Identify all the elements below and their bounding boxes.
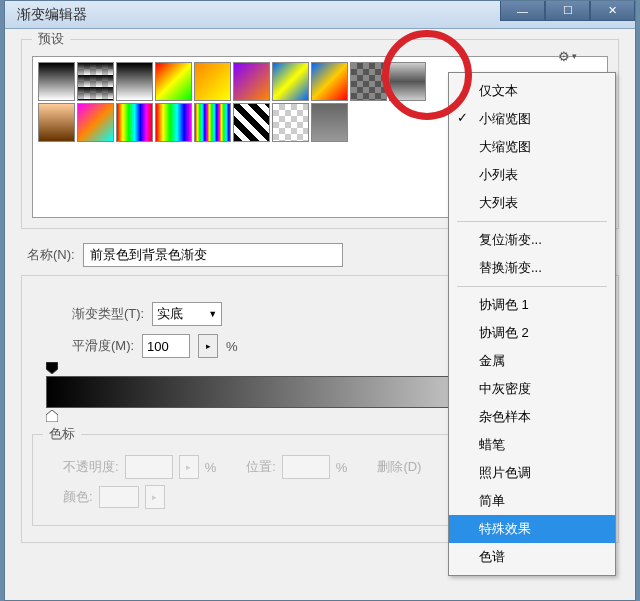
- position-label: 位置:: [246, 458, 276, 476]
- maximize-button[interactable]: ☐: [545, 1, 590, 21]
- type-value: 实底: [157, 305, 183, 323]
- name-label: 名称(N):: [27, 246, 75, 264]
- opacity-label: 不透明度:: [63, 458, 119, 476]
- preset-swatch[interactable]: [77, 62, 114, 101]
- color-swatch: [99, 486, 139, 508]
- close-button[interactable]: ✕: [590, 1, 635, 21]
- menu-item[interactable]: 仅文本: [449, 77, 615, 105]
- menu-item[interactable]: 大缩览图: [449, 133, 615, 161]
- menu-item[interactable]: 金属: [449, 347, 615, 375]
- preset-swatch[interactable]: [155, 62, 192, 101]
- smoothness-spinner[interactable]: ▸: [198, 334, 218, 358]
- name-input[interactable]: [83, 243, 343, 267]
- preset-swatch[interactable]: [233, 62, 270, 101]
- color-label: 颜色:: [63, 488, 93, 506]
- preset-swatch[interactable]: [272, 62, 309, 101]
- window-buttons: — ☐ ✕: [500, 1, 635, 21]
- menu-item[interactable]: 杂色样本: [449, 403, 615, 431]
- menu-item[interactable]: 协调色 2: [449, 319, 615, 347]
- color-spinner: ▸: [145, 485, 165, 509]
- delete-label: 删除(D): [377, 458, 421, 476]
- presets-menu-button[interactable]: ⚙▾: [558, 48, 576, 64]
- menu-item[interactable]: 特殊效果: [449, 515, 615, 543]
- preset-swatch[interactable]: [272, 103, 309, 142]
- preset-swatch[interactable]: [389, 62, 426, 101]
- preset-swatch[interactable]: [77, 103, 114, 142]
- percent-label: %: [226, 339, 238, 354]
- type-select[interactable]: 实底 ▼: [152, 302, 222, 326]
- preset-swatch[interactable]: [233, 103, 270, 142]
- preset-swatch[interactable]: [311, 103, 348, 142]
- menu-item[interactable]: 小列表: [449, 161, 615, 189]
- preset-swatch[interactable]: [116, 103, 153, 142]
- check-icon: ✓: [457, 110, 468, 125]
- chevron-down-icon: ▾: [572, 51, 577, 61]
- opacity-spinner: ▸: [179, 455, 199, 479]
- menu-separator: [457, 221, 607, 222]
- preset-swatch[interactable]: [38, 103, 75, 142]
- svg-marker-1: [46, 410, 58, 422]
- smoothness-input[interactable]: 100: [142, 334, 190, 358]
- menu-item[interactable]: 中灰密度: [449, 375, 615, 403]
- minimize-button[interactable]: —: [500, 1, 545, 21]
- preset-swatch[interactable]: [194, 103, 231, 142]
- opacity-stop-left[interactable]: [46, 362, 58, 374]
- preset-swatch[interactable]: [38, 62, 75, 101]
- presets-label: 预设: [32, 30, 70, 48]
- stops-label: 色标: [43, 425, 81, 443]
- color-stop-left[interactable]: [46, 410, 58, 422]
- percent-label: %: [336, 460, 348, 475]
- chevron-down-icon: ▼: [208, 309, 217, 319]
- menu-item[interactable]: 简单: [449, 487, 615, 515]
- menu-item[interactable]: 协调色 1: [449, 291, 615, 319]
- menu-item[interactable]: 蜡笔: [449, 431, 615, 459]
- menu-item[interactable]: 大列表: [449, 189, 615, 217]
- window-title: 渐变编辑器: [17, 6, 87, 24]
- menu-item[interactable]: 照片色调: [449, 459, 615, 487]
- presets-flyout-menu: 仅文本小缩览图✓大缩览图小列表大列表 复位渐变...替换渐变... 协调色 1协…: [448, 72, 616, 576]
- menu-item[interactable]: 复位渐变...: [449, 226, 615, 254]
- preset-swatch[interactable]: [311, 62, 348, 101]
- opacity-input: [125, 455, 173, 479]
- menu-item[interactable]: 小缩览图✓: [449, 105, 615, 133]
- percent-label: %: [205, 460, 217, 475]
- menu-separator: [457, 286, 607, 287]
- preset-swatch[interactable]: [350, 62, 387, 101]
- type-label: 渐变类型(T):: [72, 305, 144, 323]
- menu-item[interactable]: 替换渐变...: [449, 254, 615, 282]
- svg-marker-0: [46, 362, 58, 374]
- gear-icon: ⚙: [558, 49, 570, 64]
- preset-swatch[interactable]: [116, 62, 153, 101]
- preset-swatch[interactable]: [194, 62, 231, 101]
- position-input: [282, 455, 330, 479]
- titlebar[interactable]: 渐变编辑器 — ☐ ✕: [5, 1, 635, 29]
- menu-item[interactable]: 色谱: [449, 543, 615, 571]
- smoothness-label: 平滑度(M):: [72, 337, 134, 355]
- preset-swatch[interactable]: [155, 103, 192, 142]
